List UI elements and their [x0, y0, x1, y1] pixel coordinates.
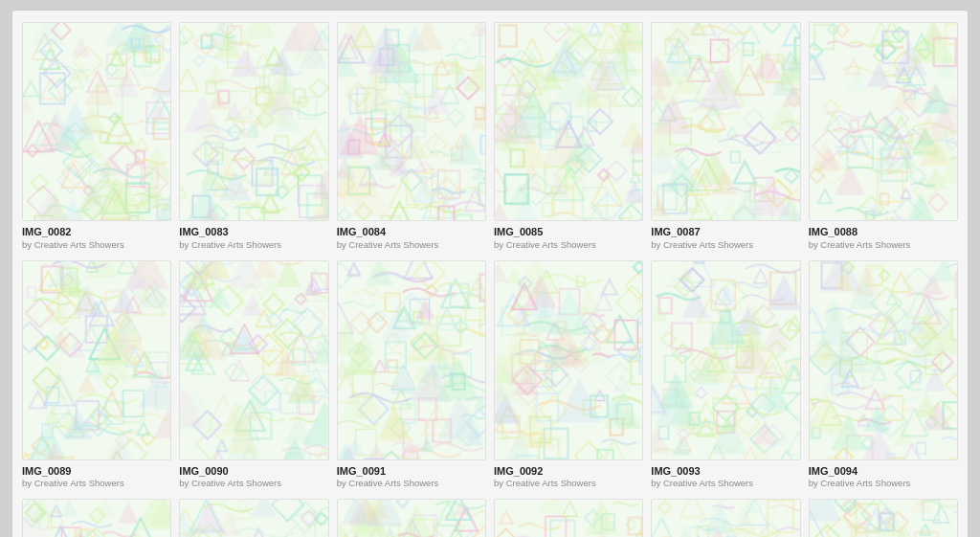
- gallery-item[interactable]: IMG_0093by Creative Arts Showers: [651, 260, 800, 489]
- thumbnail-image: [23, 23, 170, 220]
- item-title: IMG_0083: [179, 225, 228, 238]
- thumbnail-image: [810, 500, 957, 537]
- item-title: IMG_0088: [809, 225, 858, 238]
- gallery-item[interactable]: IMG_0082by Creative Arts Showers: [22, 22, 171, 251]
- thumbnail-wrapper: [809, 260, 958, 459]
- item-title: IMG_0090: [179, 464, 228, 478]
- gallery-item[interactable]: IMG_0097by Creative Arts Showers: [179, 499, 328, 537]
- item-title: IMG_0085: [494, 225, 543, 238]
- gallery-item[interactable]: IMG_0084by Creative Arts Showers: [337, 22, 486, 251]
- thumbnail-wrapper: [22, 499, 171, 537]
- thumbnail-image: [652, 261, 799, 459]
- thumbnail-wrapper: [651, 499, 800, 537]
- thumbnail-image: [23, 261, 170, 459]
- gallery-item[interactable]: IMG_0096by Creative Arts Showers: [22, 499, 171, 537]
- gallery-item[interactable]: IMG_0092by Creative Arts Showers: [494, 260, 643, 489]
- thumbnail-image: [338, 500, 485, 537]
- thumbnail-image: [652, 500, 799, 537]
- item-title: IMG_0092: [494, 464, 543, 478]
- thumbnail-wrapper: [22, 260, 171, 459]
- gallery-item[interactable]: IMG_0085by Creative Arts Showers: [494, 22, 643, 251]
- gallery-item[interactable]: IMG_0094by Creative Arts Showers: [809, 260, 958, 489]
- gallery-item[interactable]: IMG_0102by Creative Arts Showers: [809, 499, 958, 537]
- thumbnail-wrapper: [179, 499, 328, 537]
- item-title: IMG_0093: [651, 464, 700, 478]
- thumbnail-image: [180, 500, 327, 537]
- thumbnail-wrapper: [809, 22, 958, 221]
- gallery-item[interactable]: IMG_0087by Creative Arts Showers: [651, 22, 800, 251]
- thumbnail-wrapper: [494, 260, 643, 459]
- thumbnail-image: [495, 500, 642, 537]
- item-title: IMG_0084: [337, 225, 386, 238]
- gallery-item[interactable]: IMG_0099by Creative Arts Showers: [494, 499, 643, 537]
- item-author: by Creative Arts Showers: [22, 239, 124, 251]
- thumbnail-image: [338, 261, 485, 459]
- item-author: by Creative Arts Showers: [337, 478, 439, 489]
- thumbnail-image: [180, 261, 327, 459]
- item-title: IMG_0091: [337, 464, 386, 478]
- thumbnail-image: [338, 23, 485, 220]
- thumbnail-image: [810, 23, 957, 220]
- item-author: by Creative Arts Showers: [179, 478, 281, 489]
- item-author: by Creative Arts Showers: [651, 239, 753, 251]
- gallery-item[interactable]: IMG_0101by Creative Arts Showers: [651, 499, 800, 537]
- thumbnail-wrapper: [337, 22, 486, 221]
- thumbnail-wrapper: [179, 22, 328, 221]
- gallery-item[interactable]: IMG_0090by Creative Arts Showers: [179, 260, 328, 489]
- gallery-item[interactable]: IMG_0091by Creative Arts Showers: [337, 260, 486, 489]
- item-title: IMG_0087: [651, 225, 700, 238]
- gallery-grid: IMG_0082by Creative Arts ShowersIMG_0083…: [22, 22, 958, 537]
- thumbnail-image: [23, 500, 170, 537]
- item-title: IMG_0089: [22, 464, 71, 478]
- item-title: IMG_0082: [22, 225, 71, 238]
- thumbnail-wrapper: [179, 260, 328, 459]
- gallery-item[interactable]: IMG_0098by Creative Arts Showers: [337, 499, 486, 537]
- thumbnail-image: [180, 23, 327, 220]
- gallery-item[interactable]: IMG_0083by Creative Arts Showers: [179, 22, 328, 251]
- gallery-container: IMG_0082by Creative Arts ShowersIMG_0083…: [11, 10, 969, 537]
- item-title: IMG_0094: [809, 464, 858, 478]
- item-author: by Creative Arts Showers: [809, 239, 911, 251]
- item-author: by Creative Arts Showers: [651, 478, 753, 489]
- gallery-item[interactable]: IMG_0088by Creative Arts Showers: [809, 22, 958, 251]
- gallery-item[interactable]: IMG_0089by Creative Arts Showers: [22, 260, 171, 489]
- item-author: by Creative Arts Showers: [494, 478, 596, 489]
- item-author: by Creative Arts Showers: [22, 478, 124, 489]
- thumbnail-image: [495, 23, 642, 220]
- item-author: by Creative Arts Showers: [179, 239, 281, 251]
- thumbnail-wrapper: [337, 499, 486, 537]
- item-author: by Creative Arts Showers: [337, 239, 439, 251]
- thumbnail-image: [495, 261, 642, 459]
- thumbnail-wrapper: [494, 499, 643, 537]
- thumbnail-image: [810, 261, 957, 459]
- thumbnail-wrapper: [651, 260, 800, 459]
- thumbnail-wrapper: [494, 22, 643, 221]
- thumbnail-wrapper: [337, 260, 486, 459]
- thumbnail-wrapper: [22, 22, 171, 221]
- item-author: by Creative Arts Showers: [494, 239, 596, 251]
- thumbnail-wrapper: [651, 22, 800, 221]
- thumbnail-wrapper: [809, 499, 958, 537]
- item-author: by Creative Arts Showers: [809, 478, 911, 489]
- thumbnail-image: [652, 23, 799, 220]
